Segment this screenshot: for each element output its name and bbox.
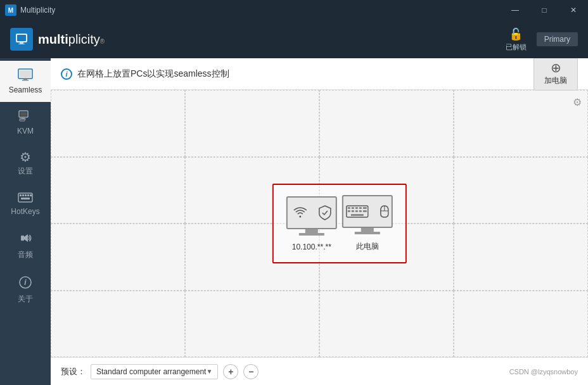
content-header: i 在网格上放置PCs以实现seamless控制 ⊕ 加电脑 — [51, 58, 588, 90]
content-info-text: 在网格上放置PCs以实现seamless控制 — [77, 68, 229, 80]
kvm-icon — [18, 110, 32, 124]
remote-monitor-base — [299, 233, 324, 236]
svg-rect-21 — [30, 194, 32, 196]
computers-container: 10.100.**.** — [51, 90, 588, 357]
svg-rect-20 — [27, 194, 29, 196]
computer-item-remote[interactable]: 10.100.**.** — [286, 196, 337, 251]
add-arrangement-button[interactable]: + — [223, 364, 238, 379]
this-monitor-screen — [342, 195, 393, 228]
svg-rect-28 — [348, 207, 350, 209]
svg-rect-15 — [23, 119, 23, 120]
footer-left: 预设： Standard computer arrangement ▼ + − — [61, 364, 259, 379]
app-header: multiplicity® 🔓 已解锁 Primary — [0, 20, 588, 58]
svg-rect-1 — [17, 35, 26, 41]
grid-area: ⚙ — [51, 90, 588, 357]
svg-marker-24 — [24, 234, 28, 242]
about-icon: i — [18, 275, 32, 291]
svg-rect-36 — [359, 210, 362, 212]
titlebar: M Multiplicity — □ ✕ — [0, 0, 588, 20]
svg-rect-6 — [23, 79, 27, 80]
add-pc-plus-icon: ⊕ — [551, 61, 561, 74]
close-button[interactable]: ✕ — [559, 0, 588, 20]
add-pc-label: 加电脑 — [544, 75, 567, 86]
mouse-screen-icon — [380, 205, 389, 218]
maximize-button[interactable]: □ — [530, 0, 559, 20]
this-pc-label: 此电脑 — [356, 241, 379, 252]
svg-rect-3 — [18, 44, 25, 44]
svg-rect-22 — [21, 198, 30, 199]
arrangement-select[interactable]: Standard computer arrangement ▼ — [91, 364, 218, 379]
titlebar-left: M Multiplicity — [5, 4, 55, 16]
sidebar-item-kvm[interactable]: KVM — [0, 102, 51, 143]
svg-rect-14 — [22, 119, 22, 120]
sidebar-settings-label: 设置 — [18, 166, 33, 177]
info-icon: i — [61, 68, 72, 80]
grid-canvas: ⚙ — [51, 90, 588, 357]
svg-rect-38 — [351, 214, 364, 216]
main-layout: Seamless KVM ⚙ 设置 — [0, 58, 588, 385]
sidebar-item-settings[interactable]: ⚙ 设置 — [0, 143, 51, 184]
titlebar-title: Multiplicity — [20, 6, 55, 15]
svg-text:i: i — [24, 278, 27, 287]
svg-rect-23 — [21, 236, 24, 241]
seamless-icon — [18, 68, 33, 83]
content-title: i 在网格上放置PCs以实现seamless控制 — [61, 68, 229, 80]
sidebar-item-about[interactable]: i 关于 — [0, 268, 51, 312]
settings-icon: ⚙ — [20, 151, 31, 163]
svg-rect-30 — [355, 207, 358, 209]
lock-label: 已解锁 — [506, 42, 527, 52]
primary-badge: Primary — [537, 32, 578, 46]
svg-rect-13 — [20, 119, 21, 120]
svg-rect-35 — [355, 210, 358, 212]
sidebar-audio-label: 音频 — [18, 249, 33, 260]
audio-icon — [18, 231, 32, 247]
sidebar-about-label: 关于 — [18, 294, 33, 305]
lock-icon: 🔓 — [509, 27, 523, 41]
lock-button[interactable]: 🔓 已解锁 — [506, 27, 527, 52]
header-right: 🔓 已解锁 Primary — [506, 27, 578, 52]
sidebar-item-audio[interactable]: 音频 — [0, 224, 51, 268]
logo-text-container: multiplicity® — [38, 32, 105, 47]
keyboard-screen-icon — [346, 205, 369, 218]
wifi-screen-icon — [291, 205, 309, 220]
sidebar-hotkeys-label: HotKeys — [11, 207, 39, 216]
svg-rect-19 — [25, 194, 27, 196]
logo-plicity: plicity — [68, 32, 100, 47]
logo-registered: ® — [100, 38, 105, 45]
app-icon: M — [5, 4, 16, 16]
svg-rect-2 — [20, 42, 23, 44]
svg-rect-18 — [22, 194, 24, 196]
minimize-button[interactable]: — — [501, 0, 530, 20]
watermark: CSDN @lzyqsnowboy — [509, 368, 578, 376]
footer: 预设： Standard computer arrangement ▼ + − … — [51, 357, 588, 385]
shield-screen-icon — [318, 205, 332, 221]
remote-monitor — [286, 196, 337, 237]
arrangement-label: Standard computer arrangement — [96, 367, 206, 376]
remote-pc-label: 10.100.**.** — [292, 243, 331, 251]
hotkeys-icon — [18, 192, 33, 205]
sidebar-item-hotkeys[interactable]: HotKeys — [0, 184, 51, 224]
logo-icon — [10, 28, 33, 51]
svg-rect-5 — [20, 70, 31, 77]
svg-rect-31 — [359, 207, 362, 209]
computer-item-this[interactable]: 此电脑 — [342, 195, 393, 252]
svg-rect-34 — [352, 210, 354, 212]
logo-multi: multi — [38, 32, 68, 47]
footer-select-container: Standard computer arrangement ▼ — [91, 364, 218, 379]
add-pc-button[interactable]: ⊕ 加电脑 — [534, 58, 578, 91]
select-arrow-icon: ▼ — [206, 368, 212, 375]
svg-rect-17 — [20, 194, 22, 196]
content-area: i 在网格上放置PCs以实现seamless控制 ⊕ 加电脑 — [51, 58, 588, 385]
remove-arrangement-button[interactable]: − — [243, 364, 259, 379]
this-monitor-base — [355, 232, 380, 234]
this-monitor — [342, 195, 393, 236]
svg-rect-37 — [363, 210, 367, 212]
svg-rect-29 — [352, 207, 354, 209]
remote-monitor-screen — [286, 196, 337, 229]
preset-label: 预设： — [61, 366, 86, 377]
svg-rect-9 — [20, 112, 27, 116]
sidebar-item-seamless[interactable]: Seamless — [0, 61, 51, 102]
sidebar: Seamless KVM ⚙ 设置 — [0, 58, 51, 385]
sidebar-kvm-label: KVM — [17, 127, 34, 136]
logo: multiplicity® — [10, 28, 105, 51]
